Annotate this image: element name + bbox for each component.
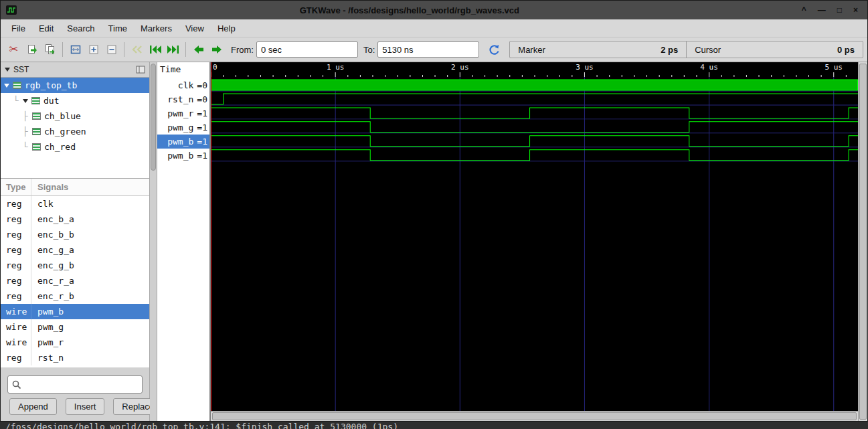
- marker-cursor-panel: Marker 2 ps Cursor 0 ps: [509, 41, 863, 58]
- tree-connector: ├: [23, 111, 29, 121]
- shift-left-button[interactable]: [189, 41, 207, 58]
- signal-row-rst-n[interactable]: reg rst_n: [1, 350, 149, 365]
- search-input[interactable]: [25, 378, 139, 392]
- from-input[interactable]: [256, 41, 358, 58]
- menu-time[interactable]: Time: [102, 21, 134, 36]
- signal-row-enc-b-a[interactable]: reg enc_b_a: [1, 211, 149, 227]
- signal-row-pwm-b[interactable]: wire pwm_b: [1, 304, 149, 319]
- signal-type: reg: [1, 211, 31, 227]
- main-area: SST rgb_top_tb └ dut: [1, 62, 867, 421]
- signals-column-header: Signals: [31, 179, 149, 195]
- signal-name: enc_b_b: [31, 227, 149, 242]
- signal-row-enc-g-b[interactable]: reg enc_g_b: [1, 258, 149, 273]
- wave-name-row-clk[interactable]: clk =0: [157, 78, 209, 92]
- wave-timeline[interactable]: 01 us2 us3 us4 us5 us: [211, 62, 858, 77]
- signal-row-enc-r-a[interactable]: reg enc_r_a: [1, 273, 149, 288]
- wave-signal-value: =1: [197, 137, 207, 147]
- timeline-ticks: [211, 62, 858, 77]
- menu-search[interactable]: Search: [60, 21, 101, 36]
- collapse-arrow-icon[interactable]: [5, 68, 10, 72]
- signal-type: reg: [1, 227, 31, 242]
- sst-panel: SST rgb_top_tb └ dut: [1, 62, 150, 421]
- type-column-header: Type: [1, 179, 31, 195]
- zoom-fit-button[interactable]: [66, 41, 84, 58]
- to-input[interactable]: [377, 41, 479, 58]
- wave-name-row-pwm-b-2[interactable]: pwm_b =1: [157, 149, 209, 163]
- tree-connector: └: [13, 96, 19, 106]
- paste-icon: [44, 44, 56, 56]
- shift-right-button[interactable]: [207, 41, 226, 58]
- maximize-button[interactable]: □: [837, 6, 842, 14]
- toolbar-separator: [185, 42, 186, 57]
- tree-item-dut[interactable]: └ dut: [1, 93, 149, 108]
- expander-icon[interactable]: [23, 99, 28, 103]
- wave-name-row-pwm-r[interactable]: pwm_r =1: [157, 106, 209, 120]
- wave-name-row-pwm-b[interactable]: pwm_b =1: [157, 135, 209, 149]
- menu-view[interactable]: View: [179, 21, 211, 36]
- menu-help[interactable]: Help: [211, 21, 242, 36]
- tree-item-label: ch_red: [44, 142, 76, 152]
- go-to-end-button[interactable]: [164, 41, 182, 58]
- insert-button[interactable]: Insert: [66, 398, 105, 415]
- wave-signal-value: =0: [197, 80, 207, 90]
- wave-signal-name: pwm_g: [167, 122, 193, 133]
- menu-file[interactable]: File: [5, 21, 32, 36]
- fetch-left-button[interactable]: [128, 41, 146, 58]
- wave-hscrollbar[interactable]: [211, 411, 858, 421]
- signal-type: reg: [1, 258, 31, 273]
- menu-edit[interactable]: Edit: [32, 21, 60, 36]
- wave-name-row-rst-n[interactable]: rst_n =0: [157, 92, 209, 106]
- sst-view-icon[interactable]: [136, 66, 145, 74]
- toolbar: ✂: [1, 37, 867, 62]
- tree-item-label: ch_green: [44, 126, 86, 137]
- menu-markers[interactable]: Markers: [134, 21, 179, 36]
- signal-search-box[interactable]: [7, 375, 143, 394]
- signals-scrollbar[interactable]: [150, 62, 157, 421]
- scrollbar-thumb[interactable]: [212, 412, 857, 420]
- tree-item-ch-red[interactable]: └ ch_red: [1, 139, 149, 155]
- signal-row-pwm-r[interactable]: wire pwm_r: [1, 335, 149, 350]
- go-to-start-icon: [149, 44, 162, 55]
- toolbar-separator: [124, 42, 124, 57]
- wave-signal-name: pwm_b: [167, 151, 193, 161]
- signal-type: reg: [1, 288, 31, 304]
- zoom-in-button[interactable]: [84, 41, 102, 58]
- wave-signal-name: rst_n: [167, 94, 193, 104]
- signal-name: pwm_g: [31, 319, 149, 335]
- scrollbar-thumb[interactable]: [859, 64, 867, 420]
- close-button[interactable]: ×: [853, 6, 858, 14]
- signal-row-enc-g-a[interactable]: reg enc_g_a: [1, 242, 149, 258]
- zoom-out-button[interactable]: [102, 41, 120, 58]
- titlebar[interactable]: GTKWave - /foss/designs/hello_world/rgb_…: [1, 1, 867, 19]
- go-to-end-icon: [167, 44, 180, 55]
- tree-item-ch-green[interactable]: ├ ch_green: [1, 124, 149, 139]
- wave-vscrollbar[interactable]: [858, 62, 867, 421]
- signal-row-enc-r-b[interactable]: reg enc_r_b: [1, 288, 149, 304]
- signal-row-enc-b-b[interactable]: reg enc_b_b: [1, 227, 149, 242]
- wave-canvas[interactable]: [211, 77, 858, 411]
- reload-button[interactable]: [485, 41, 503, 58]
- scrollbar-thumb[interactable]: [151, 64, 156, 171]
- tree-item-rgb-top-tb[interactable]: rgb_top_tb: [1, 78, 149, 93]
- go-to-start-button[interactable]: [146, 41, 164, 58]
- to-label: To:: [363, 45, 375, 55]
- wave-name-row-pwm-g[interactable]: pwm_g =1: [157, 120, 209, 135]
- signal-type: wire: [1, 304, 31, 319]
- cut-traces-button[interactable]: ✂: [5, 41, 23, 58]
- signal-row-clk[interactable]: reg clk: [1, 196, 149, 211]
- paste-traces-button[interactable]: [41, 41, 59, 58]
- signal-type: wire: [1, 335, 31, 350]
- tree-item-ch-blue[interactable]: ├ ch_blue: [1, 108, 149, 124]
- expander-icon[interactable]: [4, 84, 9, 88]
- signal-row-pwm-g[interactable]: wire pwm_g: [1, 319, 149, 335]
- shade-button[interactable]: ^: [802, 6, 806, 14]
- scissors-icon: ✂: [9, 44, 18, 55]
- minimize-button[interactable]: —: [818, 6, 826, 14]
- wave-signal-name: pwm_b: [167, 137, 193, 147]
- copy-traces-button[interactable]: [23, 41, 41, 58]
- signal-name: enc_r_a: [31, 273, 149, 288]
- append-button[interactable]: Append: [9, 398, 57, 415]
- from-label: From:: [231, 45, 254, 55]
- scope-icon: [13, 82, 21, 89]
- sst-header[interactable]: SST: [1, 62, 149, 77]
